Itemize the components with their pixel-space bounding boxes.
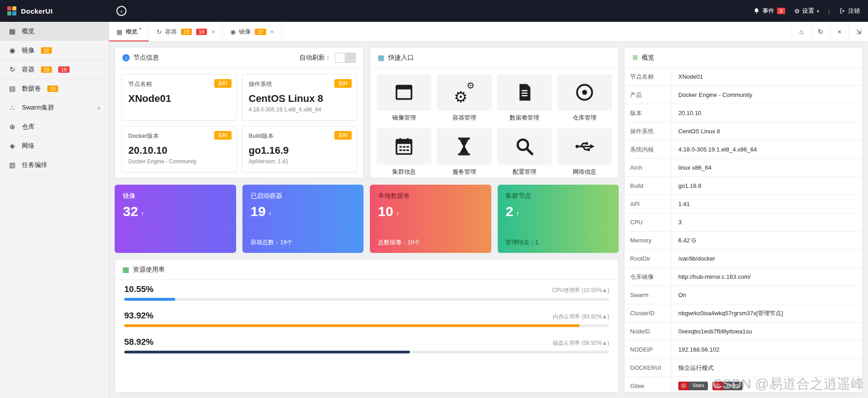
docker-version-card: Docker版本 实时 20.10.10 Docker Engine - Com… [121, 126, 237, 172]
sidebar-item-volumes[interactable]: ▤ 数据卷 10 [0, 79, 109, 98]
events-menu[interactable]: 事件 3 [753, 7, 785, 15]
disk-progress-bar [124, 351, 609, 353]
stat-card-volumes: 本地数据卷 10↑ 总数据卷：10个 [370, 185, 491, 253]
bell-icon [753, 8, 760, 14]
quick-entry-services[interactable]: 服务管理 [437, 128, 491, 176]
card-label: Build版本 [249, 132, 274, 139]
table-row-gitee: Gitee Ⓖ Stars Ⓖ Forks [625, 377, 862, 393]
swarm-icon: ∴ [8, 104, 16, 112]
stat-card-images: 镜像 32↑ [115, 185, 236, 253]
resource-usage-panel: ▦ 资源使用率 10.55% CPU使用率 (10.55%▲) [115, 259, 619, 393]
refresh-icon[interactable]: ↻ [811, 22, 830, 41]
node-name-card: 节点名称 实时 XNode01 [121, 74, 237, 121]
app-title: DockerUI [21, 7, 53, 15]
quick-entry-volumes[interactable]: 数据卷管理 [497, 74, 552, 122]
topbar-divider: | [828, 8, 830, 15]
sidebar-item-label: 容器 [22, 65, 35, 74]
auto-refresh-label: 自动刷新： [299, 54, 331, 62]
overview-table: 节点名称XNode01 产品Docker Engine - Community … [625, 68, 862, 393]
sidebar-item-network[interactable]: ◈ 网络 [0, 136, 109, 156]
sidebar-item-tasks[interactable]: ▥ 任务编排 [0, 156, 109, 175]
table-row: 节点名称XNode01 [625, 68, 862, 86]
settings-label: 设置 [802, 7, 814, 15]
card-value: go1.16.9 [249, 145, 350, 156]
quick-entry-panel: ▦ 快捷入口 镜像管理 [370, 47, 619, 178]
quick-entry-cluster[interactable]: 集群信息 [377, 128, 431, 176]
grid-icon: ▦ [8, 27, 16, 35]
logout-button[interactable]: 注销 [839, 7, 860, 15]
card-value: XNode01 [128, 93, 230, 105]
stat-title: 镜像 [123, 192, 228, 200]
stat-value: 10 [378, 204, 393, 219]
logout-icon [839, 8, 845, 14]
gitee-forks-badge[interactable]: Ⓖ Forks [712, 382, 743, 390]
sidebar-item-label: 仓库 [22, 123, 35, 131]
tab-badge: 19 [196, 29, 207, 35]
sidebar-item-label: 镜像 [22, 46, 35, 55]
gitee-stars-badge[interactable]: Ⓖ Stars [678, 382, 708, 390]
settings-menu[interactable]: ⚙ 设置 ▾ [794, 7, 819, 15]
gear-icon: ⚙ [794, 8, 800, 15]
close-icon[interactable]: × [211, 28, 215, 35]
quick-entry-config[interactable]: 配置管理 [497, 128, 552, 176]
tab-images[interactable]: ◉ 镜像 32 × [223, 22, 282, 41]
app-logo-icon [7, 6, 16, 15]
realtime-badge: 实时 [214, 131, 232, 140]
table-row: DOCKERUI独立运行模式 [625, 359, 862, 377]
sidebar-item-swarm[interactable]: ∴ Swarm集群 » [0, 98, 109, 117]
stat-sub: 总数据卷：10个 [378, 238, 420, 247]
realtime-badge: 实时 [214, 79, 232, 88]
stat-value: 32 [123, 204, 138, 219]
stat-title: 集群节点 [506, 192, 611, 200]
tab-badge: 32 [255, 29, 266, 35]
stat-value: 2 [506, 204, 514, 219]
table-row: NodeID0xexqbo1esb7fbl8yttoea1su [625, 322, 862, 341]
sidebar-item-images[interactable]: ◉ 镜像 32 [0, 41, 109, 60]
stat-sub: 容器总数：19个 [251, 238, 293, 247]
memory-progress-bar [124, 324, 609, 327]
quick-entry-images[interactable]: 镜像管理 [377, 74, 431, 122]
up-arrow-icon: ↑ [268, 210, 272, 217]
auto-refresh-toggle[interactable] [335, 53, 356, 63]
close-icon[interactable]: × [270, 28, 274, 35]
disk-usage-row: 58.92% 磁盘占用率 (58.92%▲) [124, 337, 609, 353]
realtime-badge: 实时 [334, 79, 352, 88]
chevron-expand-icon: » [97, 104, 101, 111]
sidebar-item-registry[interactable]: ⊕ 仓库 [0, 117, 109, 136]
cpu-progress-bar [124, 298, 609, 301]
quick-entry-containers[interactable]: ⚙⚙ 容器管理 [437, 74, 491, 122]
tab-containers[interactable]: ↻ 容器 19 19 × [149, 22, 223, 41]
sidebar-item-label: 概览 [22, 27, 35, 35]
table-row: Buildgo1.16.9 [625, 177, 862, 195]
os-card: 操作系统 实时 CentOS Linux 8 4.18.0-305.19.1.e… [242, 74, 357, 121]
cpu-usage-row: 10.55% CPU使用率 (10.55%▲) [124, 284, 609, 301]
card-value: CentOS Linux 8 [249, 93, 350, 105]
window-icon [394, 82, 414, 102]
stat-sub: 管理结点：1 [506, 238, 539, 247]
panel-title: 节点信息 [133, 54, 159, 62]
sidebar-item-overview[interactable]: ▦ 概览 [0, 22, 109, 41]
top-bar: DockerUI ‹ 事件 3 ⚙ 设置 ▾ | 注销 [0, 0, 868, 22]
table-row: NODEIP192.168.56.102 [625, 341, 862, 359]
expand-icon[interactable]: ⇲ [849, 22, 868, 41]
volumes-icon: ▤ [8, 85, 16, 93]
home-icon[interactable]: ⌂ [792, 22, 811, 41]
table-row: 产品Docker Engine - Community [625, 86, 862, 104]
close-all-icon[interactable]: × [830, 22, 849, 41]
memory-usage-row: 93.92% 内存占用率 (93.92%▲) [124, 311, 609, 327]
sidebar-item-containers[interactable]: ↻ 容器 19 19 [0, 60, 109, 79]
quick-entry-network[interactable]: 网络信息 [557, 128, 612, 176]
table-row: API1.41 [625, 195, 862, 213]
info-icon: i [122, 54, 130, 61]
overview-panel: ≣ 概览 节点名称XNode01 产品Docker Engine - Commu… [624, 47, 863, 393]
containers-running-badge: 19 [58, 66, 69, 73]
up-arrow-icon: ↑ [516, 210, 520, 217]
table-row: 版本20.10.10 [625, 104, 862, 122]
calendar-icon [394, 136, 414, 156]
tab-overview[interactable]: ▦ 概览 ● [109, 22, 149, 41]
table-row: 系统内核4.18.0-305.19.1.el8_4.x86_64 [625, 141, 862, 159]
sidebar-collapse-button[interactable]: ‹ [116, 6, 126, 16]
cpu-percent: 10.55% [124, 284, 153, 294]
quick-entry-registry[interactable]: 仓库管理 [557, 74, 612, 122]
memory-label: 内存占用率 (93.92%▲) [553, 313, 609, 321]
